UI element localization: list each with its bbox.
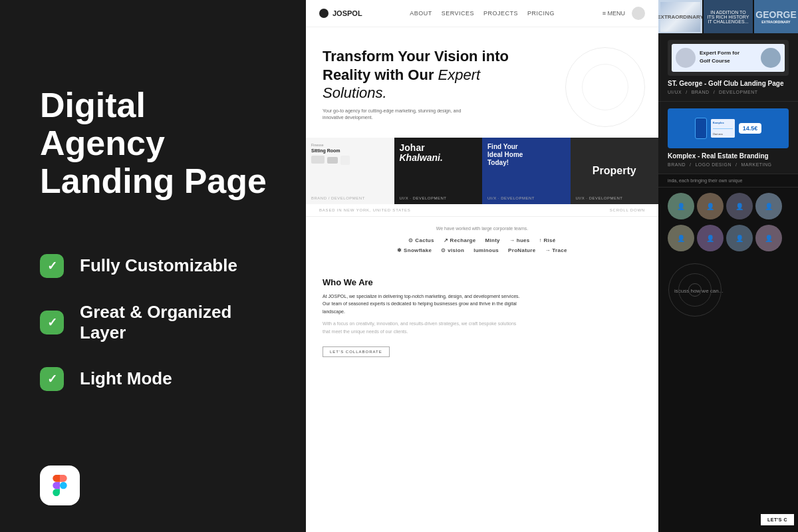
about-text-bold: At JOSPOL, we specialize in delivering t… (323, 293, 522, 317)
project-komplex: Komplex Chart area 14.5€ Komplex - Real … (658, 102, 798, 174)
right-panel: JOSPOL ABOUT SERVICES PROJECTS PRICING ≡… (306, 0, 798, 532)
project1-tags: UI/UX / BRAND / DEVELOPMENT (668, 90, 789, 94)
avatar-8: 👤 (755, 225, 782, 251)
site-nav-links: ABOUT SERVICES PROJECTS PRICING (410, 10, 555, 17)
feature-label-3: Light Mode (80, 368, 172, 389)
avatar-4: 👤 (755, 193, 782, 219)
title-line2: Landing Page (40, 162, 267, 200)
title-line1: Digital Agency (40, 86, 165, 162)
left-panel: Digital Agency Landing Page ✓ Fully Cust… (0, 0, 306, 532)
dark-cta-area: iscuss how we can... LET'S C (658, 257, 798, 532)
avatar-1: 👤 (668, 193, 694, 219)
project2-tags: BRAND / LOGO DESIGN / MARKETING (668, 162, 789, 167)
avatar-6: 👤 (697, 225, 724, 251)
project1-tag-brand: BRAND (692, 90, 710, 94)
komplex-phone (695, 118, 707, 139)
project-card-4: Property UI/X · DEVELOPMENT (571, 138, 659, 204)
brand-cactus: ⊙ Cactus (408, 237, 434, 243)
card3-title: Find YourIdeal HomeToday! (487, 143, 523, 167)
brand-snowflake: ❄ Snowflake (397, 247, 432, 253)
sidebar-partial-text: inda, each bringing their own unique (658, 174, 798, 188)
komplex-preview: Komplex Chart area 14.5€ (668, 108, 789, 148)
site-logo: JOSPOL (319, 9, 362, 18)
footer-location: BASED IN NEW YORK, UNITED STATES (319, 208, 411, 212)
brands-title: We have worked with large corporate team… (319, 226, 645, 231)
tag-divider-3: / (690, 162, 691, 167)
brand-recharge: ↗ Recharge (444, 237, 476, 243)
footer-scroll: SCROLL DOWN (610, 208, 645, 212)
card3-tag: UI/X · DEVELOPMENT (487, 196, 535, 200)
sidebar-img-1: EXTRAORDINARY (658, 0, 702, 33)
project2-tag-logo: LOGO DESIGN (695, 162, 732, 167)
brand-trace: → Trace (545, 247, 567, 253)
check-icon-3: ✓ (40, 367, 64, 391)
card4-tag: UI/X · DEVELOPMENT (576, 196, 623, 200)
project-card-3: Find YourIdeal HomeToday! UI/X · DEVELOP… (482, 138, 571, 204)
brands-row-1: ⊙ Cactus ↗ Recharge Minty → hues ↑ Risé (319, 237, 645, 243)
project2-tag-marketing: MARKETING (741, 162, 771, 167)
brand-pronature: ProNature (508, 247, 535, 253)
site-preview: JOSPOL ABOUT SERVICES PROJECTS PRICING ≡… (306, 0, 658, 532)
card4-title: Property (593, 165, 636, 177)
card1-title: Finesse Sitting Room (311, 143, 350, 165)
stat-badge: 14.5€ (739, 123, 762, 134)
hero-title: Transform Your Vision into Reality with … (323, 47, 535, 102)
avatars-row-2: 👤 👤 👤 👤 (658, 225, 798, 257)
feature-label-1: Fully Customizable (80, 255, 237, 276)
card2-title: JoharKhalwani. (400, 143, 443, 164)
brands-row-2: ❄ Snowflake ⊙ vision luminous ProNature … (319, 247, 645, 253)
site-about: Who We Are At JOSPOL, we specialize in d… (306, 267, 658, 368)
brand-vision: ⊙ vision (441, 247, 464, 253)
avatar-7: 👤 (726, 225, 753, 251)
tag-divider-4: / (735, 162, 737, 167)
project-card-2: JoharKhalwani. UI/X · DEVELOPMENT (394, 138, 483, 204)
right-sidebar: EXTRAORDINARY IN ADDITION TO ITS RICH HI… (658, 0, 798, 532)
site-brands: We have worked with large corporate team… (306, 217, 658, 267)
feature-item-customizable: ✓ Fully Customizable (40, 254, 273, 278)
brand-rise: ↑ Risé (539, 237, 556, 243)
sidebar-img-2: IN ADDITION TO ITS RICH HISTORY IT CHALL… (704, 0, 753, 33)
check-icon-2: ✓ (40, 311, 64, 334)
tag-divider-2: / (714, 90, 715, 94)
project-st-george: Expert Form forGolf Course ST. George - … (658, 33, 798, 102)
project1-title: ST. George - Golf Club Landing Page (668, 80, 789, 87)
about-text-faded: With a focus on creativity, innovation, … (323, 320, 522, 336)
brand-minty: Minty (485, 237, 499, 243)
komplex-tablet: Komplex Chart area (711, 119, 735, 138)
site-nav: JOSPOL ABOUT SERVICES PROJECTS PRICING ≡… (306, 0, 658, 27)
project1-tag-uiux: UI/UX (668, 90, 682, 94)
golf-preview-inner: Expert Form forGolf Course (672, 44, 785, 72)
golf-avatar (676, 48, 696, 68)
hero-subtitle: Your go-to agency for cutting-edge marke… (323, 108, 469, 122)
feature-item-organized: ✓ Great & Organized Layer (40, 302, 273, 343)
sidebar-top-images: EXTRAORDINARY IN ADDITION TO ITS RICH HI… (658, 0, 798, 33)
site-cards-row: Finesse Sitting Room BRAND / DEVELOPMENT… (306, 138, 658, 204)
site-nav-right: ≡ MENU (602, 7, 645, 20)
figma-icon (40, 466, 80, 505)
site-hero: Transform Your Vision into Reality with … (306, 27, 658, 138)
project2-tag-brand: BRAND (668, 162, 686, 167)
golf-preview-card: Expert Form forGolf Course (668, 40, 789, 76)
feature-label-2: Great & Organized Layer (80, 302, 273, 343)
avatar-2: 👤 (697, 193, 724, 219)
project2-title: Komplex - Real Estate Branding (668, 152, 789, 160)
card1-tag: BRAND / DEVELOPMENT (311, 196, 365, 200)
project1-tag-dev: DEVELOPMENT (719, 90, 757, 94)
brand-luminous: luminous (473, 247, 499, 253)
feature-item-lightmode: ✓ Light Mode (40, 367, 273, 391)
avatar-3: 👤 (726, 193, 753, 219)
card2-tag: UI/X · DEVELOPMENT (400, 196, 447, 200)
sidebar-img-3: GEORGE EXTRAORDINARY (754, 0, 798, 33)
logo-dot (319, 9, 329, 18)
brand-hues: → hues (509, 237, 530, 243)
about-title: Who We Are (323, 277, 642, 287)
circle-deco-inner (582, 64, 628, 110)
avatar-5: 👤 (668, 225, 694, 251)
project-card-1: Finesse Sitting Room BRAND / DEVELOPMENT (306, 138, 394, 204)
features-list: ✓ Fully Customizable ✓ Great & Organized… (40, 254, 273, 391)
avatars-row: 👤 👤 👤 👤 (658, 188, 798, 225)
lets-collaborate-button[interactable]: LET'S C (761, 514, 794, 525)
site-footer-row: BASED IN NEW YORK, UNITED STATES SCROLL … (306, 204, 658, 217)
collaborate-button[interactable]: LET'S COLLABORATE (323, 346, 390, 357)
tag-divider-1: / (686, 90, 687, 94)
